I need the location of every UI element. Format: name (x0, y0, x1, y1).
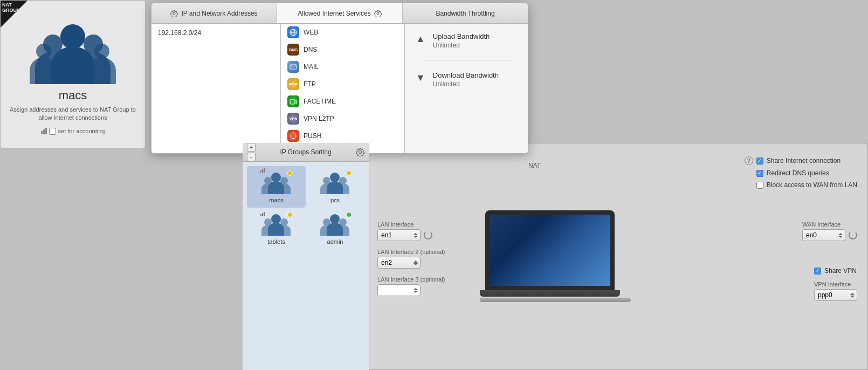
service-mail-label: MAIL (304, 63, 319, 71)
tablets-label: tablets (267, 238, 285, 245)
redirect-dns-row: Redirect DNS queries (756, 169, 857, 177)
vpn-iface-controls: ppp0 (814, 289, 857, 301)
service-push[interactable]: PUSH (281, 127, 404, 145)
vpn-section: Share VPN VPN Interface ppp0 (814, 267, 857, 301)
upload-label: Upload Bandwidth (433, 32, 490, 40)
vpn-iface-select[interactable]: ppp0 (814, 289, 857, 301)
download-value: Unlimited (433, 80, 499, 88)
wan-section: WAN Interface en0 (802, 221, 857, 241)
groups-header-label: IP Groups Sorting (280, 148, 331, 156)
lan1-select[interactable]: en1 (377, 229, 421, 241)
lan1-label: LAN Interface (377, 221, 445, 228)
service-facetime[interactable]: FACETIME (281, 93, 404, 110)
group-item-admin[interactable]: admin (306, 208, 364, 249)
block-wan-label: Block access to WAN from LAN (767, 181, 857, 189)
mail-icon (287, 61, 299, 73)
lan2-arrow-icon (414, 261, 418, 265)
laptop-screen-display (490, 215, 610, 286)
lan2-value: en2 (381, 259, 392, 266)
lan3-arrow-icon (414, 288, 418, 293)
service-web[interactable]: WEB (281, 24, 404, 41)
wan-refresh-icon[interactable] (849, 231, 857, 239)
nat-card: NATGROUP (0, 0, 146, 148)
tab-ip-label: IP and Network Addresses (181, 10, 257, 17)
wan-value: en0 (806, 231, 817, 239)
tab-services-label: Allowed Internet Services (298, 10, 370, 17)
service-facetime-label: FACETIME (304, 98, 336, 105)
share-vpn-label: Share VPN (824, 267, 857, 275)
admin-status-dot (346, 212, 352, 217)
group-item-macs[interactable]: macs (247, 166, 306, 208)
silhouette-group (24, 14, 121, 84)
pcs-label: pcs (330, 197, 340, 203)
lan2-select[interactable]: en2 (377, 257, 421, 269)
lan1-value: en1 (381, 231, 392, 239)
tab-bandwidth[interactable]: Bandwidth Throttling (403, 3, 528, 23)
accounting-checkbox[interactable] (49, 128, 56, 135)
bandwidth-separator (421, 60, 512, 60)
service-ftp[interactable]: FTP FTP (281, 76, 404, 93)
laptop-bottom (480, 298, 631, 302)
groups-zoom: + − (247, 143, 256, 161)
service-dns[interactable]: DNS DNS (281, 41, 404, 58)
sharing-section: ? Share Internet connection Redirect DNS… (745, 156, 857, 189)
service-web-label: WEB (304, 29, 318, 36)
zoom-in-button[interactable]: + (247, 143, 256, 152)
groups-settings-icon[interactable] (356, 148, 364, 156)
accounting-bar-icon (41, 128, 47, 134)
tablets-silhouette (260, 212, 292, 236)
groups-grid: macs (243, 162, 369, 253)
share-vpn-row: Share VPN (814, 267, 857, 275)
share-internet-checkbox[interactable] (756, 157, 763, 165)
tab-bandwidth-label: Bandwidth Throttling (436, 10, 494, 17)
svg-rect-4 (290, 99, 295, 104)
block-wan-row: Block access to WAN from LAN (756, 181, 857, 189)
vpn-iface-row: VPN Interface ppp0 (814, 281, 857, 301)
upload-arrow-icon: ▲ (416, 33, 425, 45)
tab-ip[interactable]: IP and Network Addresses (151, 3, 277, 23)
share-internet-help-icon[interactable]: ? (745, 156, 753, 165)
nat-avatar (24, 14, 121, 84)
service-vpnl2tp[interactable]: VPN VPN L2TP (281, 110, 404, 127)
admin-silhouette (319, 212, 350, 236)
accounting-label: set for accounting (58, 128, 105, 134)
lan1-row: LAN Interface en1 (377, 221, 445, 241)
popup-panel: IP and Network Addresses Allowed Interne… (151, 3, 528, 154)
redirect-dns-checkbox[interactable] (756, 170, 763, 177)
admin-label: admin (327, 238, 343, 245)
vpn-iface-label: VPN Interface (814, 281, 857, 287)
tab-services[interactable]: Allowed Internet Services (277, 3, 403, 23)
macs-silhouette (260, 170, 292, 194)
services-panel: WEB DNS DNS MAIL FTP (281, 24, 405, 153)
redirect-dns-label: Redirect DNS queries (767, 169, 829, 177)
share-internet-label: Share Internet connection (767, 157, 841, 165)
lan2-row: LAN Interface 2 (optional) en2 (377, 249, 445, 269)
upload-bandwidth: ▲ Upload Bandwidth Unlimited (416, 32, 517, 49)
pcs-status-dot (346, 170, 352, 176)
service-mail[interactable]: MAIL (281, 58, 404, 76)
nat-label: NAT (528, 162, 541, 169)
popup-body: 192.168.2.0/24 WEB DNS DNS (151, 24, 528, 153)
lan1-arrow-icon (414, 233, 418, 238)
pcs-silhouette (319, 170, 350, 194)
group-item-tablets[interactable]: tablets (247, 208, 306, 249)
zoom-out-button[interactable]: − (247, 153, 256, 161)
download-arrow-icon: ▼ (416, 72, 425, 84)
tablets-status-dot (287, 212, 293, 217)
service-dns-label: DNS (304, 46, 317, 53)
share-vpn-checkbox[interactable] (814, 268, 821, 275)
group-item-pcs[interactable]: pcs (306, 166, 364, 208)
bandwidth-panel: ▲ Upload Bandwidth Unlimited ▼ Download … (405, 24, 528, 153)
tablets-bar-icon (260, 212, 265, 216)
service-push-label: PUSH (304, 132, 321, 140)
service-ftp-label: FTP (304, 80, 316, 88)
service-vpnl2tp-label: VPN L2TP (304, 115, 334, 122)
nat-badge-text: NATGROUP (2, 3, 20, 13)
lan3-select[interactable] (377, 284, 421, 296)
lan1-refresh-icon[interactable] (424, 231, 432, 239)
wan-select[interactable]: en0 (802, 229, 845, 241)
upload-value: Unlimited (433, 42, 490, 49)
download-label: Download Bandwidth (433, 71, 499, 79)
vpn-iface-value: ppp0 (818, 291, 832, 299)
block-wan-checkbox[interactable] (756, 182, 763, 189)
